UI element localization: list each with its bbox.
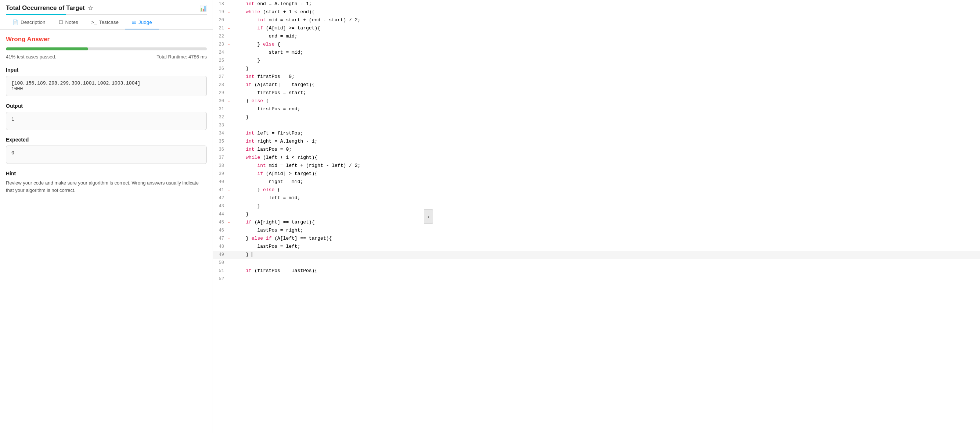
line-number: 26 [213, 65, 228, 73]
line-number: 27 [213, 73, 228, 81]
code-line-39: 39- if (A[mid] > target){ [213, 170, 980, 178]
line-content: int mid = left + (right - left) / 2; [233, 162, 980, 170]
problem-title-row: Total Occurrence of Target ☆ 📊 [6, 5, 207, 12]
line-content: while (start + 1 < end){ [233, 8, 980, 16]
test-progress-bar [6, 48, 207, 50]
line-number: 34 [213, 129, 228, 137]
line-number: 41 [213, 186, 228, 194]
code-line-32: 32 } [213, 113, 980, 121]
code-line-34: 34 int left = firstPos; [213, 129, 980, 137]
line-number: 32 [213, 113, 228, 121]
expected-box: 0 [6, 145, 207, 164]
input-box: [100,156,189,298,299,300,1001,1002,1003,… [6, 76, 207, 96]
line-indicator: - [228, 170, 233, 178]
line-content: } else { [233, 186, 980, 194]
line-number: 52 [213, 275, 228, 283]
line-number: 50 [213, 259, 228, 267]
line-content: } [233, 210, 980, 218]
line-number: 30 [213, 97, 228, 105]
code-line-26: 26 } [213, 65, 980, 73]
left-panel: Total Occurrence of Target ☆ 📊 📄 Descrip… [0, 0, 213, 433]
test-stats-row: 41% test cases passed. Total Runtime: 47… [6, 54, 207, 59]
line-content: start = mid; [233, 48, 980, 57]
code-line-28: 28- if (A[start] == target){ [213, 81, 980, 89]
line-content: if (A[mid] > target){ [233, 170, 980, 178]
problem-title: Total Occurrence of Target ☆ [6, 5, 93, 12]
line-number: 37 [213, 153, 228, 162]
line-content: lastPos = right; [233, 227, 980, 235]
line-indicator: - [228, 81, 233, 89]
line-content: if (firstPos == lastPos){ [233, 267, 980, 275]
code-line-29: 29 firstPos = start; [213, 89, 980, 97]
code-line-35: 35 int right = A.length - 1; [213, 137, 980, 145]
tab-notes[interactable]: ☐ Notes [52, 16, 85, 29]
code-line-43: 43 } [213, 202, 980, 210]
line-number: 46 [213, 227, 228, 235]
tab-testcase[interactable]: >_ Testcase [85, 16, 125, 29]
code-line-30: 30- } else { [213, 97, 980, 105]
code-line-51: 51- if (firstPos == lastPos){ [213, 267, 980, 275]
line-number: 35 [213, 137, 228, 145]
line-number: 36 [213, 145, 228, 153]
line-number: 49 [213, 251, 228, 259]
tab-notes-label: Notes [65, 19, 78, 25]
line-content: int mid = start + (end - start) / 2; [233, 16, 980, 24]
line-indicator: - [228, 8, 233, 16]
line-content: } [233, 202, 980, 210]
code-line-45: 45- if (A[right] == target){ [213, 218, 980, 227]
header-progress-bar [6, 14, 207, 15]
line-content: } else if (A[left] == target){ [233, 235, 980, 243]
line-number: 21 [213, 24, 228, 32]
code-line-47: 47- } else if (A[left] == target){ [213, 235, 980, 243]
code-line-48: 48 lastPos = left; [213, 243, 980, 251]
output-box: 1 [6, 112, 207, 130]
testcase-icon: >_ [91, 19, 97, 25]
code-line-20: 20 int mid = start + (end - start) / 2; [213, 16, 980, 24]
code-line-23: 23- } else { [213, 40, 980, 48]
line-number: 45 [213, 218, 228, 227]
collapse-arrow[interactable]: › [424, 209, 433, 224]
problem-header: Total Occurrence of Target ☆ 📊 📄 Descrip… [0, 0, 213, 30]
line-number: 22 [213, 32, 228, 40]
output-label: Output [6, 103, 207, 109]
line-content: right = mid; [233, 178, 980, 186]
line-content: int lastPos = 0; [233, 145, 980, 153]
hint-label: Hint [6, 171, 207, 176]
code-line-21: 21- if (A[mid] >= target){ [213, 24, 980, 32]
tabs-row: 📄 Description ☐ Notes >_ Testcase ⚖ Judg… [6, 16, 207, 29]
line-indicator: - [228, 97, 233, 105]
line-number: 31 [213, 105, 228, 113]
line-content: lastPos = left; [233, 243, 980, 251]
tab-description[interactable]: 📄 Description [6, 16, 52, 29]
code-line-44: 44 } [213, 210, 980, 218]
code-line-22: 22 end = mid; [213, 32, 980, 40]
expected-label: Expected [6, 137, 207, 142]
line-content: left = mid; [233, 194, 980, 202]
line-indicator: - [228, 40, 233, 48]
line-content: int firstPos = 0; [233, 73, 980, 81]
line-number: 25 [213, 57, 228, 65]
line-number: 23 [213, 40, 228, 48]
star-icon[interactable]: ☆ [88, 5, 93, 12]
line-number: 47 [213, 235, 228, 243]
description-icon: 📄 [13, 19, 18, 25]
line-number: 18 [213, 0, 228, 8]
collapse-icon: › [428, 214, 430, 219]
wrapper: › 18 int end = A.length - 1;19- while (s… [213, 0, 980, 433]
line-content: } [233, 113, 980, 121]
code-editor[interactable]: 18 int end = A.length - 1;19- while (sta… [213, 0, 980, 433]
line-number: 29 [213, 89, 228, 97]
tab-judge[interactable]: ⚖ Judge [125, 16, 159, 29]
notes-icon: ☐ [59, 19, 63, 25]
tab-judge-label: Judge [138, 19, 152, 25]
line-indicator: - [228, 186, 233, 194]
line-number: 20 [213, 16, 228, 24]
line-content: firstPos = end; [233, 105, 980, 113]
line-number: 42 [213, 194, 228, 202]
line-number: 33 [213, 121, 228, 129]
line-content: end = mid; [233, 32, 980, 40]
line-number: 28 [213, 81, 228, 89]
code-line-19: 19- while (start + 1 < end){ [213, 8, 980, 16]
line-content: } else { [233, 40, 980, 48]
line-number: 40 [213, 178, 228, 186]
